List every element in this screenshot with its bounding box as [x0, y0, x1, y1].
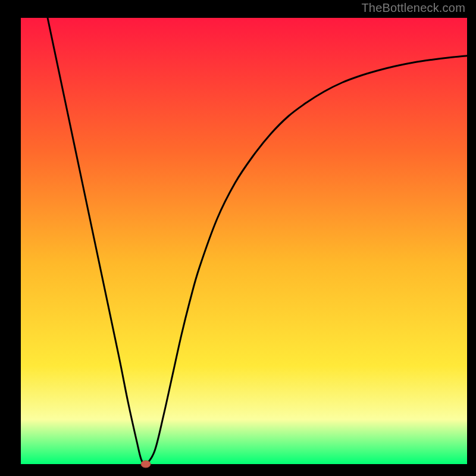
optimal-marker [141, 461, 151, 468]
gradient-background [21, 18, 467, 464]
watermark-label: TheBottleneck.com [361, 1, 465, 15]
bottleneck-chart [0, 0, 476, 476]
chart-frame: TheBottleneck.com [0, 0, 476, 476]
